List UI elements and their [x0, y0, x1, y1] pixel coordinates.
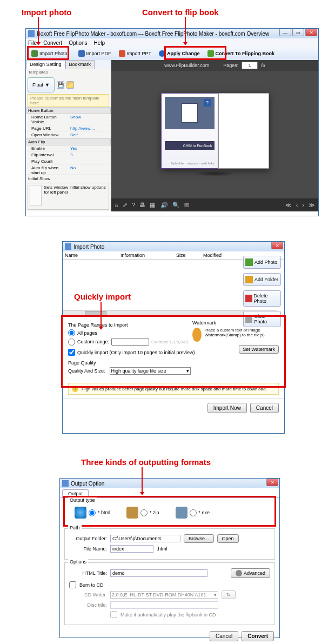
cover-image: ?	[165, 97, 215, 129]
filename-input[interactable]	[110, 545, 153, 553]
highlight-import-photo	[27, 46, 69, 60]
property-grid[interactable]: Home Button Home Button VisibleShow Page…	[26, 107, 111, 175]
zoom-icon[interactable]: 🔍	[172, 202, 180, 209]
maximize-button[interactable]: ▭	[292, 29, 304, 36]
output-type-fieldset: Output type *.html *.zip *.exe	[64, 501, 275, 526]
app-icon	[28, 30, 35, 37]
add-folder-icon	[245, 276, 253, 283]
next-icon[interactable]: ›	[302, 202, 304, 209]
import-close-button[interactable]: ✕	[271, 242, 283, 249]
cd-refresh-button[interactable]: ↻	[222, 590, 236, 599]
import-dialog: Import Photo ✕ Name Information Size Mod…	[62, 241, 285, 434]
annot-formats: Three kinds of outputting formats	[81, 457, 211, 467]
html-title-input[interactable]	[110, 569, 207, 577]
annot-quickly-import: Quickly import	[74, 292, 131, 301]
dialog-icon	[65, 243, 71, 250]
output-icon	[62, 480, 69, 487]
initial-show-thumb	[30, 185, 42, 205]
output-dialog-title: Output Option	[71, 481, 104, 487]
add-photo-button[interactable]: Add Photo	[243, 256, 281, 269]
menu-options[interactable]: Options	[69, 40, 87, 46]
mail-icon[interactable]: ✉	[184, 202, 189, 209]
menu-file[interactable]: File	[28, 40, 37, 46]
preview-toolbar: ⌂ ⤢ ? 🖶 ▦ 🔊 🔍 ✉ ≪ ‹ › ≫	[111, 198, 318, 211]
open-template-icon[interactable]: 📁	[66, 81, 74, 89]
window-title: Boxoft Free FlipPhoto Maker - boxoft.com…	[37, 31, 269, 37]
float-template-button[interactable]: Float▼	[28, 77, 55, 92]
set-watermark-button[interactable]: Set Watermark	[239, 345, 279, 354]
output-cancel-button[interactable]: Cancel	[210, 631, 238, 641]
convert-button[interactable]: Convert	[242, 631, 274, 641]
home-icon[interactable]: ⌂	[115, 202, 118, 209]
arrow-import	[38, 17, 39, 43]
cd-writer-select[interactable]: 2:0:0,E: HL-DT-ST DVD-ROM DH40N A101▾	[110, 591, 218, 599]
menu-convert[interactable]: Convert	[43, 40, 62, 46]
help-icon[interactable]: ?	[132, 202, 135, 209]
import-ppt-button[interactable]: Import PPT	[116, 49, 155, 58]
save-template-icon[interactable]: 💾	[57, 81, 64, 89]
customize-hint: Please customize the flash template here	[28, 94, 109, 107]
prev-icon[interactable]: ‹	[296, 202, 298, 209]
footprint-icon	[192, 328, 202, 342]
initial-show-box: Sets window initial show options for lef…	[28, 183, 109, 210]
import-pdf-button[interactable]: Import PDF	[75, 49, 115, 58]
highlight-output-type	[63, 496, 276, 527]
first-icon[interactable]: ≪	[285, 202, 292, 209]
arrow-convert	[185, 17, 186, 43]
main-window: Boxoft Free FlipPhoto Maker - boxoft.com…	[25, 28, 319, 216]
import-dialog-title: Import Photo	[73, 244, 104, 250]
menu-help[interactable]: Help	[94, 40, 105, 46]
tab-design[interactable]: Design Setting	[26, 60, 65, 69]
tab-bookmark[interactable]: Bookmark	[65, 60, 95, 69]
titlebar: Boxoft Free FlipPhoto Maker - boxoft.com…	[26, 29, 318, 38]
browse-button[interactable]: Browse...	[184, 534, 214, 543]
arrow-formats	[142, 467, 143, 493]
book-preview[interactable]: ? CHM to FunBook flipbuilder · support ·…	[161, 93, 269, 169]
import-now-button[interactable]: Import Now	[207, 403, 247, 413]
watermark-title: Watermark	[192, 320, 216, 326]
minimize-button[interactable]: —	[279, 29, 291, 36]
output-folder-input[interactable]	[110, 535, 180, 542]
burn-cd-checkbox[interactable]	[69, 581, 76, 588]
options-fieldset: Options HTML Title: Advanced Burn to CD …	[64, 562, 275, 625]
arrow-quickly	[100, 302, 102, 328]
page-input[interactable]	[242, 62, 258, 69]
import-ppt-icon	[119, 50, 125, 57]
open-button[interactable]: Open	[217, 534, 239, 543]
preview-url: www.FlipBuilder.com	[164, 63, 209, 68]
path-fieldset: Path Output Folder:Browse...Open File Na…	[64, 528, 275, 560]
autoplay-checkbox[interactable]	[110, 611, 117, 618]
annot-import-photo: Import photo	[22, 8, 71, 17]
delete-photo-button[interactable]: Delete Photo	[243, 290, 281, 307]
gear-icon	[236, 570, 242, 576]
add-photo-icon	[245, 258, 253, 266]
output-close-button[interactable]: ✕	[266, 479, 278, 486]
import-cancel-button[interactable]: Cancel	[250, 403, 279, 413]
import-pdf-icon	[78, 50, 85, 57]
toolbar: Import Photo Import PDF Import PPT Apply…	[26, 47, 318, 60]
disc-title-input[interactable]	[110, 601, 218, 609]
preview-pane: www.FlipBuilder.com Pages: /6 ? CHM to F…	[111, 60, 318, 211]
advanced-button[interactable]: Advanced	[231, 568, 270, 578]
left-panel: Design Setting Bookmark Templates Float▼…	[26, 60, 111, 211]
templates-label: Templates	[26, 69, 111, 76]
close-button[interactable]: ✕	[305, 29, 317, 36]
last-icon[interactable]: ≫	[309, 202, 315, 209]
fullscreen-icon[interactable]: ⤢	[123, 202, 128, 209]
delete-icon	[245, 295, 252, 302]
sound-icon[interactable]: 🔊	[160, 202, 168, 209]
highlight-convert	[164, 46, 226, 60]
output-dialog: Output Option ✕ Output Output type *.htm…	[59, 478, 280, 638]
annot-convert: Convert to flip book	[142, 8, 219, 17]
thumbs-icon[interactable]: ▦	[150, 202, 155, 209]
print-icon[interactable]: 🖶	[139, 202, 145, 209]
add-folder-button[interactable]: Add Folder	[243, 273, 281, 286]
